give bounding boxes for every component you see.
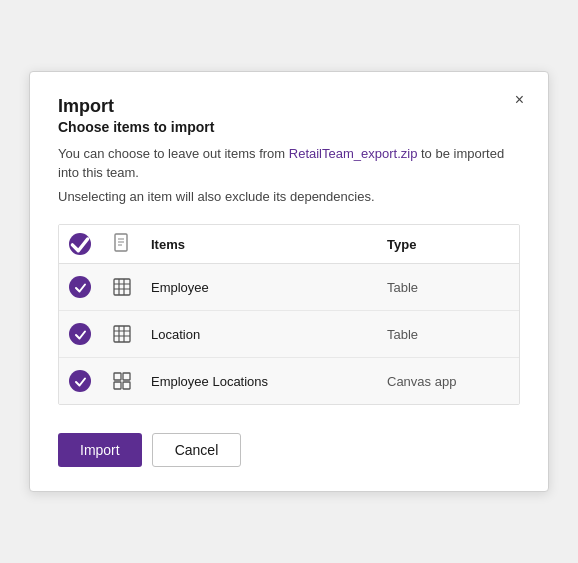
items-table: Items Type Employe [58, 224, 520, 405]
dialog-title: Import [58, 96, 114, 116]
subtitle-section: Choose items to import You can choose to… [58, 117, 520, 207]
col-items-header: Items [143, 237, 379, 252]
table-icon [101, 325, 143, 343]
svg-rect-16 [114, 382, 121, 389]
import-dialog: Import × Choose items to import You can … [29, 71, 549, 493]
header-icon-col [101, 233, 143, 255]
subtitle-line1: Choose items to import [58, 117, 520, 138]
canvas-icon [101, 372, 143, 390]
subtitle-line3: Unselecting an item will also exclude it… [58, 187, 520, 207]
svg-rect-9 [114, 326, 130, 342]
cancel-button[interactable]: Cancel [152, 433, 242, 467]
row-type: Canvas app [379, 374, 519, 389]
svg-rect-17 [123, 382, 130, 389]
table-row: Employee Locations Canvas app [59, 358, 519, 404]
close-button[interactable]: × [509, 90, 530, 110]
table-row: Location Table [59, 311, 519, 358]
dialog-footer: Import Cancel [58, 433, 520, 467]
row-type: Table [379, 327, 519, 342]
row-name: Employee [143, 280, 379, 295]
col-type-header: Type [379, 237, 519, 252]
row-name: Employee Locations [143, 374, 379, 389]
file-link: RetailTeam_export.zip [289, 146, 418, 161]
svg-rect-15 [123, 373, 130, 380]
table-header: Items Type [59, 225, 519, 264]
table-icon [101, 278, 143, 296]
svg-rect-4 [114, 279, 130, 295]
svg-rect-14 [114, 373, 121, 380]
header-checkbox[interactable] [59, 233, 101, 255]
subtitle-line2: You can choose to leave out items from R… [58, 144, 520, 183]
row-checkbox-employee[interactable] [59, 276, 101, 298]
table-row: Employee Table [59, 264, 519, 311]
row-name: Location [143, 327, 379, 342]
row-checkbox-employee-locations[interactable] [59, 370, 101, 392]
row-type: Table [379, 280, 519, 295]
import-button[interactable]: Import [58, 433, 142, 467]
row-checkbox-location[interactable] [59, 323, 101, 345]
